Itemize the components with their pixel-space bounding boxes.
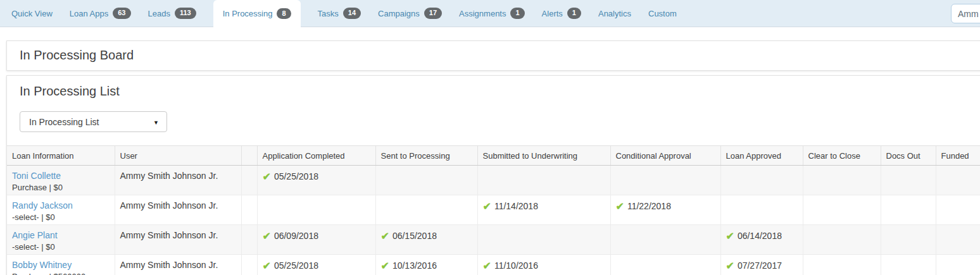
list-filter-dropdown[interactable]: In Processing List ▼ — [20, 111, 167, 132]
milestone-cell-docs-out — [881, 255, 936, 275]
user-cell: Ammy Smith Johnson Jr. — [115, 225, 241, 255]
milestone-cell-loan-approved: ✔06/14/2018 — [720, 225, 803, 255]
milestone-cell-loan-approved: ✔07/27/2017 — [720, 255, 803, 275]
milestone-cell-sent-to-processing — [375, 195, 477, 225]
nav-search-text: Amm — [958, 9, 979, 19]
milestone-cell-conditional-approval: ✔11/22/2018 — [610, 195, 720, 225]
count-badge: 1 — [510, 8, 524, 18]
milestone-cell-docs-out — [881, 166, 936, 195]
count-badge: 1 — [567, 8, 581, 18]
user-cell: Ammy Smith Johnson Jr. — [115, 166, 241, 195]
col-submitted-to-underwriting: Submitted to Underwriting — [477, 146, 610, 166]
milestone-cell-clear-to-close — [803, 166, 881, 195]
check-icon: ✔ — [263, 260, 271, 271]
table-row: Bobby Whitney Purchase | $560000 Ammy Sm… — [7, 255, 980, 275]
tab-alerts[interactable]: Alerts 1 — [542, 0, 581, 27]
milestone-cell-funded — [936, 166, 980, 195]
tab-loan-apps[interactable]: Loan Apps 63 — [70, 0, 131, 27]
milestone-cell-sent-to-processing: ✔10/13/2016 — [375, 255, 477, 275]
col-user: User — [115, 146, 241, 166]
col-sent-to-processing: Sent to Processing — [375, 146, 477, 166]
chevron-down-icon: ▼ — [153, 119, 159, 126]
milestone-cell-conditional-approval — [610, 255, 720, 275]
tab-assignments[interactable]: Assignments 1 — [459, 0, 525, 27]
loan-name-link[interactable]: Angie Plant — [12, 230, 110, 240]
loan-details: Purchase | $0 — [12, 183, 110, 192]
loan-name-link[interactable]: Toni Collette — [12, 171, 110, 181]
milestone-cell-clear-to-close — [803, 225, 881, 255]
check-icon: ✔ — [483, 201, 491, 212]
tab-analytics[interactable]: Analytics — [598, 0, 631, 27]
loan-info-cell: Angie Plant -select- | $0 — [7, 225, 115, 255]
tab-tasks[interactable]: Tasks 14 — [318, 0, 361, 27]
spacer-cell — [241, 166, 257, 195]
milestone-cell-submitted-to-underwriting: ✔11/14/2018 — [477, 195, 610, 225]
tab-label: Campaigns — [378, 9, 420, 18]
count-badge: 63 — [113, 8, 130, 18]
spacer-cell — [241, 195, 257, 225]
milestone-cell-sent-to-processing — [375, 166, 477, 195]
loan-info-cell: Randy Jackson -select- | $0 — [7, 195, 115, 225]
count-badge: 14 — [343, 8, 361, 18]
col-application-completed: Application Completed — [257, 146, 375, 166]
spacer-cell — [241, 225, 257, 255]
loan-name-link[interactable]: Randy Jackson — [12, 200, 110, 211]
milestone-cell-sent-to-processing: ✔06/15/2018 — [375, 225, 477, 255]
milestone-cell-funded — [936, 225, 980, 255]
loans-table-container: Loan Information User Application Comple… — [7, 145, 980, 275]
check-icon: ✔ — [263, 231, 271, 241]
tab-campaigns[interactable]: Campaigns 17 — [378, 0, 442, 27]
tab-in-processing[interactable]: In Processing 8 — [213, 0, 301, 27]
loan-info-cell: Toni Collette Purchase | $0 — [7, 166, 115, 195]
milestone-cell-application-completed: ✔05/25/2018 — [257, 255, 375, 275]
milestone-date: 05/25/2018 — [274, 171, 318, 181]
nav-search-box[interactable]: Amm — [951, 4, 980, 23]
milestone-cell-funded — [936, 255, 980, 275]
user-cell: Ammy Smith Johnson Jr. — [115, 255, 241, 275]
milestone-cell-application-completed: ✔05/25/2018 — [257, 166, 375, 195]
in-processing-list-panel: In Processing List In Processing List ▼ … — [6, 75, 980, 275]
col-loan-approved: Loan Approved — [720, 146, 803, 166]
milestone-cell-funded — [936, 195, 980, 225]
col-spacer — [241, 146, 257, 166]
check-icon: ✔ — [263, 171, 271, 182]
check-icon: ✔ — [381, 260, 389, 271]
loan-details: Purchase | $560000 — [12, 272, 110, 275]
tab-label: Leads — [148, 9, 170, 18]
milestone-date: 06/09/2018 — [274, 231, 318, 241]
col-funded: Funded — [936, 146, 980, 166]
col-clear-to-close: Clear to Close — [803, 146, 881, 166]
milestone-date: 07/27/2017 — [738, 260, 782, 271]
milestone-date: 11/22/2018 — [627, 201, 671, 211]
loan-details: -select- | $0 — [12, 242, 110, 252]
user-cell: Ammy Smith Johnson Jr. — [115, 195, 241, 225]
tab-label: Quick View — [11, 9, 53, 18]
board-panel-title: In Processing Board — [20, 48, 969, 63]
milestone-cell-loan-approved — [720, 166, 803, 195]
loan-info-cell: Bobby Whitney Purchase | $560000 — [7, 255, 115, 275]
milestone-cell-submitted-to-underwriting: ✔11/10/2016 — [477, 255, 610, 275]
count-badge: 8 — [277, 8, 291, 19]
milestone-cell-application-completed — [257, 195, 375, 225]
top-nav: Quick View Loan Apps 63 Leads 113 In Pro… — [0, 0, 980, 27]
tab-label: Custom — [648, 9, 677, 18]
milestone-cell-clear-to-close — [803, 255, 881, 275]
check-icon: ✔ — [616, 201, 624, 212]
milestone-date: 06/14/2018 — [738, 231, 782, 241]
tab-leads[interactable]: Leads 113 — [148, 0, 196, 27]
milestone-cell-conditional-approval — [610, 225, 720, 255]
spacer-cell — [241, 255, 257, 275]
milestone-date: 05/25/2018 — [274, 260, 318, 271]
milestone-date: 11/14/2018 — [494, 201, 538, 211]
milestone-cell-loan-approved — [720, 195, 803, 225]
check-icon: ✔ — [381, 231, 389, 241]
dropdown-selected-value: In Processing List — [29, 117, 99, 127]
milestone-cell-docs-out — [881, 225, 936, 255]
col-conditional-approval: Conditional Approval — [610, 146, 720, 166]
tab-custom[interactable]: Custom — [648, 0, 677, 27]
count-badge: 113 — [175, 8, 196, 18]
milestone-cell-clear-to-close — [803, 195, 881, 225]
loan-name-link[interactable]: Bobby Whitney — [12, 260, 110, 270]
tab-quick-view[interactable]: Quick View — [11, 0, 53, 27]
col-docs-out: Docs Out — [881, 146, 936, 166]
